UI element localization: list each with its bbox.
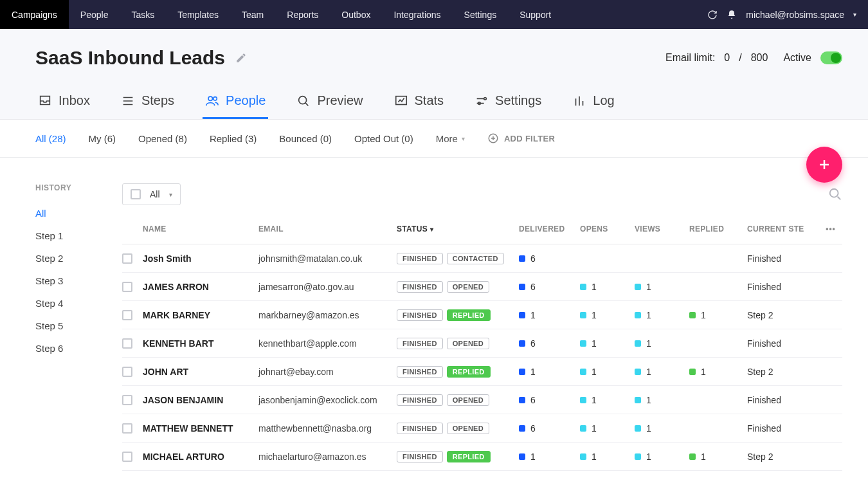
filter-bar: All (28)My (6)Opened (8)Replied (3)Bounc… xyxy=(0,120,868,158)
sidebar-item[interactable]: Step 1 xyxy=(35,230,122,241)
nav-item-integrations[interactable]: Integrations xyxy=(382,0,452,29)
sidebar-item[interactable]: Step 5 xyxy=(35,320,122,331)
row-status: FINISHEDREPLIED xyxy=(397,366,519,378)
row-current-step: Finished xyxy=(747,253,821,264)
col-more-icon[interactable]: ••• xyxy=(821,224,840,233)
table-row[interactable]: MATTHEW BENNETTmatthewbennett@nasba.orgF… xyxy=(122,414,842,443)
filter-more[interactable]: More ▾ xyxy=(436,133,465,144)
row-checkbox[interactable] xyxy=(122,310,132,320)
tab-steps[interactable]: Steps xyxy=(118,88,177,119)
col-status[interactable]: STATUS▾ xyxy=(397,224,519,233)
add-fab-button[interactable] xyxy=(806,147,842,183)
views-dot-icon xyxy=(635,284,641,290)
row-checkbox[interactable] xyxy=(122,452,132,462)
row-checkbox[interactable] xyxy=(122,282,132,292)
row-status: FINISHEDREPLIED xyxy=(397,451,519,462)
table-row[interactable]: MICHAEL ARTUROmichaelarturo@amazon.esFIN… xyxy=(122,443,842,471)
filter-item[interactable]: All (28) xyxy=(35,133,66,144)
search-icon[interactable] xyxy=(828,187,842,201)
bell-icon[interactable] xyxy=(727,10,737,20)
col-replied[interactable]: REPLIED xyxy=(689,224,747,233)
table-header: NAME EMAIL STATUS▾ DELIVERED OPENS VIEWS… xyxy=(122,224,842,244)
views-dot-icon xyxy=(635,453,641,460)
checkbox-icon[interactable] xyxy=(131,189,141,199)
col-views[interactable]: VIEWS xyxy=(635,224,689,233)
row-checkbox[interactable] xyxy=(122,423,132,434)
table-row[interactable]: JAMES ARRONjamesarron@ato.gov.auFINISHED… xyxy=(122,273,842,301)
delivered-dot-icon xyxy=(519,397,525,403)
status-badge: OPENED xyxy=(447,394,489,406)
user-email[interactable]: michael@robsims.space xyxy=(746,10,844,20)
tab-inbox[interactable]: Inbox xyxy=(35,88,93,119)
nav-item-people[interactable]: People xyxy=(69,0,120,29)
row-current-step: Finished xyxy=(747,395,821,405)
log-icon xyxy=(572,94,586,108)
email-limit-label: Email limit: xyxy=(665,52,715,64)
row-checkbox[interactable] xyxy=(122,395,132,405)
edit-icon[interactable] xyxy=(235,52,247,64)
opens-dot-icon xyxy=(580,340,586,347)
delivered-dot-icon xyxy=(519,369,525,375)
svg-point-7 xyxy=(830,189,838,197)
nav-item-tasks[interactable]: Tasks xyxy=(120,0,166,29)
nav-item-reports[interactable]: Reports xyxy=(275,0,330,29)
table-row[interactable]: KENNETH BARTkennethbart@apple.comFINISHE… xyxy=(122,329,842,358)
check-all-dropdown[interactable]: All ▾ xyxy=(122,183,181,205)
sidebar-item[interactable]: Step 3 xyxy=(35,275,122,286)
row-checkbox[interactable] xyxy=(122,338,132,349)
nav-item-support[interactable]: Support xyxy=(508,0,563,29)
status-badge: CONTACTED xyxy=(447,253,504,264)
row-email: jamesarron@ato.gov.au xyxy=(258,282,397,292)
row-views: 1 xyxy=(635,282,689,292)
row-current-step: Step 2 xyxy=(747,452,821,462)
check-all-label: All xyxy=(150,189,160,199)
nav-item-templates[interactable]: Templates xyxy=(166,0,230,29)
tab-people[interactable]: People xyxy=(203,88,268,119)
row-name: JOHN ART xyxy=(143,367,258,377)
nav-item-outbox[interactable]: Outbox xyxy=(330,0,382,29)
tab-settings[interactable]: Settings xyxy=(472,88,544,119)
refresh-icon[interactable] xyxy=(707,10,718,20)
sidebar-item[interactable]: Step 4 xyxy=(35,298,122,309)
nav-item-settings[interactable]: Settings xyxy=(453,0,509,29)
row-checkbox[interactable] xyxy=(122,253,132,264)
sidebar-item[interactable]: Step 6 xyxy=(35,343,122,354)
row-current-step: Step 2 xyxy=(747,310,821,320)
row-replied: 1 xyxy=(689,310,747,320)
chevron-down-icon[interactable]: ▾ xyxy=(853,11,856,18)
tab-preview[interactable]: Preview xyxy=(294,88,365,119)
sidebar-item[interactable]: Step 2 xyxy=(35,253,122,264)
add-filter-button[interactable]: ADD FILTER xyxy=(487,133,555,144)
table-row[interactable]: JASON BENJAMINjasonbenjamin@exoclick.com… xyxy=(122,386,842,414)
col-name[interactable]: NAME xyxy=(143,224,258,233)
row-delivered: 6 xyxy=(519,253,580,264)
row-opens: 1 xyxy=(580,310,635,320)
nav-item-team[interactable]: Team xyxy=(230,0,275,29)
col-email[interactable]: EMAIL xyxy=(258,224,397,233)
sidebar-item[interactable]: All xyxy=(35,208,122,219)
table-row[interactable]: Josh Smithjohnsmith@matalan.co.ukFINISHE… xyxy=(122,244,842,273)
opens-dot-icon xyxy=(580,453,586,460)
tab-log[interactable]: Log xyxy=(570,88,617,119)
tab-stats[interactable]: Stats xyxy=(392,88,447,119)
filter-item[interactable]: Replied (3) xyxy=(210,133,257,144)
views-dot-icon xyxy=(635,397,641,403)
row-checkbox[interactable] xyxy=(122,367,132,377)
nav-item-campaigns[interactable]: Campaigns xyxy=(0,0,69,29)
row-status: FINISHEDOPENED xyxy=(397,394,519,406)
row-replied: 1 xyxy=(689,367,747,377)
filter-item[interactable]: Opened (8) xyxy=(138,133,187,144)
active-toggle[interactable] xyxy=(820,51,842,64)
filter-item[interactable]: Opted Out (0) xyxy=(354,133,413,144)
row-status: FINISHEDREPLIED xyxy=(397,309,519,321)
table-row[interactable]: JOHN ARTjohnart@ebay.comFINISHEDREPLIED1… xyxy=(122,358,842,386)
col-delivered[interactable]: DELIVERED xyxy=(519,224,580,233)
row-email: johnart@ebay.com xyxy=(258,367,397,377)
filter-item[interactable]: Bounced (0) xyxy=(279,133,332,144)
col-current[interactable]: CURRENT STE xyxy=(747,224,821,233)
row-status: FINISHEDOPENED xyxy=(397,423,519,434)
col-opens[interactable]: OPENS xyxy=(580,224,635,233)
table-row[interactable]: MARK BARNEYmarkbarney@amazon.esFINISHEDR… xyxy=(122,301,842,329)
filter-item[interactable]: My (6) xyxy=(89,133,116,144)
row-email: michaelarturo@amazon.es xyxy=(258,452,397,462)
